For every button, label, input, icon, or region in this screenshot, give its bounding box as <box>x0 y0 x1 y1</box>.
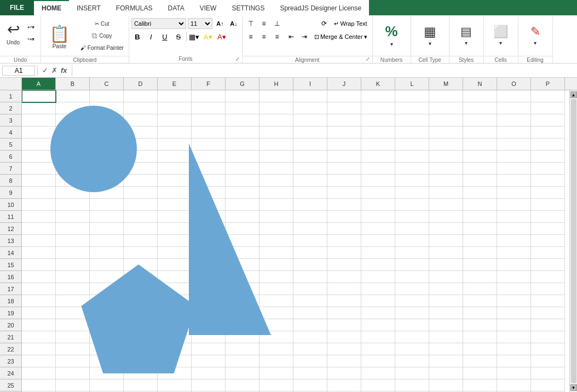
tab-home[interactable]: HOME <box>34 0 69 15</box>
cell-K5[interactable] <box>361 139 395 151</box>
cell-C11[interactable] <box>90 211 124 223</box>
cell-D10[interactable] <box>124 199 158 211</box>
cell-A10[interactable] <box>22 199 56 211</box>
cut-button[interactable]: ✂ Cut <box>78 19 126 30</box>
cell-E16[interactable] <box>158 271 192 283</box>
cell-I7[interactable] <box>293 163 327 175</box>
cell-O5[interactable] <box>497 139 531 151</box>
cell-G19[interactable] <box>226 307 259 319</box>
cell-F24[interactable] <box>192 367 226 379</box>
cell-J12[interactable] <box>327 223 361 235</box>
cell-L4[interactable] <box>395 126 429 139</box>
cell-O1[interactable] <box>497 90 531 102</box>
cell-H5[interactable] <box>259 139 293 151</box>
col-header-D[interactable]: D <box>124 78 158 90</box>
cell-H24[interactable] <box>259 367 293 379</box>
cell-J15[interactable] <box>327 259 361 271</box>
cell-P1[interactable] <box>531 90 565 102</box>
cell-E3[interactable] <box>158 114 192 126</box>
cell-G11[interactable] <box>226 211 259 223</box>
increase-font-button[interactable]: A↑ <box>214 18 226 30</box>
cell-O21[interactable] <box>497 331 531 343</box>
row-header-21[interactable]: 21 <box>0 331 22 343</box>
cell-M23[interactable] <box>429 355 463 367</box>
cell-K25[interactable] <box>361 379 395 391</box>
cell-A14[interactable] <box>22 247 56 259</box>
cell-N9[interactable] <box>463 187 497 199</box>
undo-arrow-button[interactable]: ↩▾ <box>24 21 37 32</box>
tab-insert[interactable]: INSERT <box>69 0 108 15</box>
cell-D13[interactable] <box>124 235 158 247</box>
cell-C23[interactable] <box>90 355 124 367</box>
col-header-F[interactable]: F <box>192 78 226 90</box>
cell-O18[interactable] <box>497 295 531 307</box>
cell-J9[interactable] <box>327 187 361 199</box>
cell-H21[interactable] <box>259 331 293 343</box>
cell-P3[interactable] <box>531 114 565 126</box>
cell-G25[interactable] <box>226 379 259 391</box>
cell-L21[interactable] <box>395 331 429 343</box>
cell-H11[interactable] <box>259 211 293 223</box>
cell-P17[interactable] <box>531 283 565 295</box>
cell-O14[interactable] <box>497 247 531 259</box>
col-header-C[interactable]: C <box>90 78 124 90</box>
cell-G13[interactable] <box>226 235 259 247</box>
cell-C6[interactable] <box>90 151 124 163</box>
cell-D21[interactable] <box>124 331 158 343</box>
cell-C7[interactable] <box>90 163 124 175</box>
scroll-down-button[interactable]: ▼ <box>570 384 577 391</box>
cell-G16[interactable] <box>226 271 259 283</box>
cell-K4[interactable] <box>361 126 395 139</box>
cell-H15[interactable] <box>259 259 293 271</box>
cell-P21[interactable] <box>531 331 565 343</box>
cell-F18[interactable] <box>192 295 226 307</box>
cell-C12[interactable] <box>90 223 124 235</box>
cell-P22[interactable] <box>531 343 565 355</box>
cell-A7[interactable] <box>22 163 56 175</box>
cell-N7[interactable] <box>463 163 497 175</box>
cell-K9[interactable] <box>361 187 395 199</box>
scroll-thumb[interactable] <box>571 99 576 383</box>
cell-M17[interactable] <box>429 283 463 295</box>
cell-M9[interactable] <box>429 187 463 199</box>
cell-A23[interactable] <box>22 355 56 367</box>
cell-J23[interactable] <box>327 355 361 367</box>
cell-I19[interactable] <box>293 307 327 319</box>
cell-G9[interactable] <box>226 187 259 199</box>
cell-D23[interactable] <box>124 355 158 367</box>
cell-B15[interactable] <box>56 259 90 271</box>
cell-P5[interactable] <box>531 139 565 151</box>
cell-E24[interactable] <box>158 367 192 379</box>
cell-M12[interactable] <box>429 223 463 235</box>
corner-cell[interactable] <box>0 78 22 90</box>
cell-I3[interactable] <box>293 114 327 126</box>
cell-C4[interactable] <box>90 126 124 139</box>
col-header-J[interactable]: J <box>327 78 361 90</box>
fonts-expand-icon[interactable]: ⤢ <box>235 56 240 62</box>
col-header-B[interactable]: B <box>56 78 90 90</box>
cell-B20[interactable] <box>56 319 90 331</box>
cell-J17[interactable] <box>327 283 361 295</box>
cell-G17[interactable] <box>226 283 259 295</box>
cell-D2[interactable] <box>124 102 158 114</box>
cell-F9[interactable] <box>192 187 226 199</box>
cell-E22[interactable] <box>158 343 192 355</box>
cell-J19[interactable] <box>327 307 361 319</box>
row-header-9[interactable]: 9 <box>0 187 22 199</box>
cell-E18[interactable] <box>158 295 192 307</box>
cell-A6[interactable] <box>22 151 56 163</box>
cell-N8[interactable] <box>463 175 497 187</box>
cell-J18[interactable] <box>327 295 361 307</box>
cell-C18[interactable] <box>90 295 124 307</box>
numbers-button[interactable]: % ▾ <box>378 19 405 50</box>
cell-F19[interactable] <box>192 307 226 319</box>
cell-P24[interactable] <box>531 367 565 379</box>
tab-view[interactable]: VIEW <box>192 0 224 15</box>
row-header-11[interactable]: 11 <box>0 211 22 223</box>
cell-J11[interactable] <box>327 211 361 223</box>
cell-B13[interactable] <box>56 235 90 247</box>
cell-N4[interactable] <box>463 126 497 139</box>
cell-D25[interactable] <box>124 379 158 391</box>
cell-H12[interactable] <box>259 223 293 235</box>
cell-C13[interactable] <box>90 235 124 247</box>
